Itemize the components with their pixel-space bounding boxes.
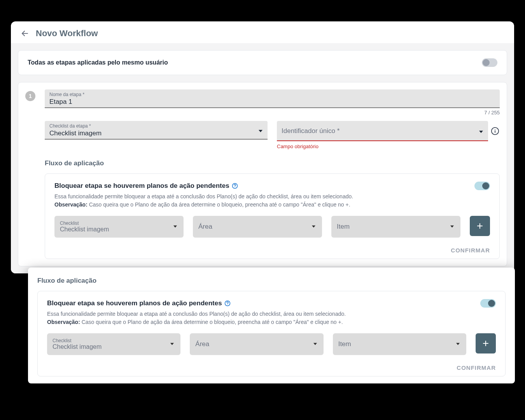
overlay-block-desc: Essa funcionalidade permite bloquear a e… (47, 310, 496, 326)
toggle-knob-icon (483, 59, 490, 66)
step-number-badge: 1 (25, 91, 35, 101)
filter-item-label: Item (337, 223, 455, 231)
overlay-filter-item-select[interactable]: Item (333, 333, 466, 355)
unique-identifier-label: Identificador único * (282, 127, 479, 135)
filter-checklist-select[interactable]: Checklist Checklist imagem (54, 216, 184, 238)
step-checklist-label: Checklist da etapa * (49, 123, 102, 129)
overlay-flow-card: Fluxo de aplicação Bloquear etapa se hou… (28, 268, 515, 383)
svg-point-3 (234, 187, 235, 187)
info-icon[interactable] (490, 126, 500, 136)
step-name-field[interactable]: Nome da etapa * (45, 89, 500, 108)
overlay-block-card: Bloquear etapa se houverem planos de açã… (37, 291, 506, 376)
filter-checklist-value: Checklist imagem (60, 226, 178, 233)
main-container: Novo Workflow Todas as etapas aplicadas … (11, 21, 514, 273)
chevron-down-icon (312, 223, 316, 230)
content-body: Todas as etapas aplicadas pelo mesmo usu… (11, 43, 514, 273)
toggle-knob-icon (482, 182, 489, 189)
overlay-filter-item-label: Item (338, 340, 461, 348)
filter-item-select[interactable]: Item (331, 216, 460, 238)
overlay-block-title: Bloquear etapa se houverem planos de açã… (47, 299, 222, 307)
step-name-label: Nome da etapa * (49, 92, 495, 97)
block-step-toggle[interactable] (474, 182, 490, 190)
step-checklist-select[interactable]: Checklist da etapa * Checklist imagem (45, 121, 268, 140)
page-header: Novo Workflow (11, 21, 514, 43)
filter-area-select[interactable]: Área (193, 216, 322, 238)
chevron-down-icon (170, 341, 174, 348)
chevron-down-icon (313, 341, 317, 348)
overlay-filter-checklist-value: Checklist imagem (52, 343, 175, 350)
overlay-filter-checklist-select[interactable]: Checklist Checklist imagem (47, 333, 180, 355)
block-step-desc: Essa funcionalidade permite bloquear a e… (54, 192, 490, 209)
plus-icon: + (483, 337, 489, 350)
same-user-label: Todas as etapas aplicadas pelo mesmo usu… (28, 59, 168, 66)
same-user-toggle-row: Todas as etapas aplicadas pelo mesmo usu… (28, 58, 497, 67)
step-fields: Nome da etapa * 7 / 255 Checklist da eta… (45, 89, 500, 259)
chevron-down-icon (450, 223, 454, 230)
block-step-card: Bloquear etapa se houverem planos de açã… (45, 173, 500, 259)
step-name-char-count: 7 / 255 (45, 110, 500, 116)
overlay-filter-checklist-label: Checklist (52, 338, 175, 343)
svg-point-1 (495, 129, 495, 130)
step-name-input[interactable] (49, 98, 495, 106)
back-arrow-icon[interactable] (20, 29, 30, 38)
unique-identifier-error: Campo obrigatório (277, 144, 488, 149)
add-filter-button[interactable]: + (470, 216, 490, 236)
overlay-add-filter-button[interactable]: + (476, 333, 496, 354)
chevron-down-icon (173, 223, 177, 230)
help-icon[interactable] (232, 183, 238, 189)
same-user-card: Todas as etapas aplicadas pelo mesmo usu… (18, 50, 507, 75)
help-icon[interactable] (224, 300, 231, 306)
confirm-button[interactable]: CONFIRMAR (451, 247, 490, 254)
same-user-toggle[interactable] (482, 58, 497, 67)
overlay-block-toggle[interactable] (480, 299, 496, 308)
page-title: Novo Workflow (36, 28, 98, 38)
svg-point-5 (227, 304, 228, 305)
chevron-down-icon (258, 128, 263, 133)
overlay-filter-area-select[interactable]: Área (190, 333, 323, 355)
overlay-filter-area-label: Área (195, 340, 318, 348)
step-card: 1 Nome da etapa * 7 / 255 Checklist da e… (18, 82, 507, 266)
overlay-confirm-button[interactable]: CONFIRMAR (457, 364, 496, 371)
block-step-title: Bloquear etapa se houverem planos de açã… (54, 182, 229, 190)
toggle-knob-icon (488, 300, 495, 307)
filter-checklist-label: Checklist (60, 220, 178, 226)
flow-section-title: Fluxo de aplicação (45, 159, 500, 167)
chevron-down-icon (456, 341, 460, 348)
step-checklist-value: Checklist imagem (49, 130, 102, 137)
filter-area-label: Área (198, 223, 317, 231)
plus-icon: + (477, 220, 483, 232)
unique-identifier-select[interactable]: Identificador único * (277, 121, 488, 141)
chevron-down-icon (479, 129, 483, 133)
overlay-flow-title: Fluxo de aplicação (37, 277, 506, 285)
